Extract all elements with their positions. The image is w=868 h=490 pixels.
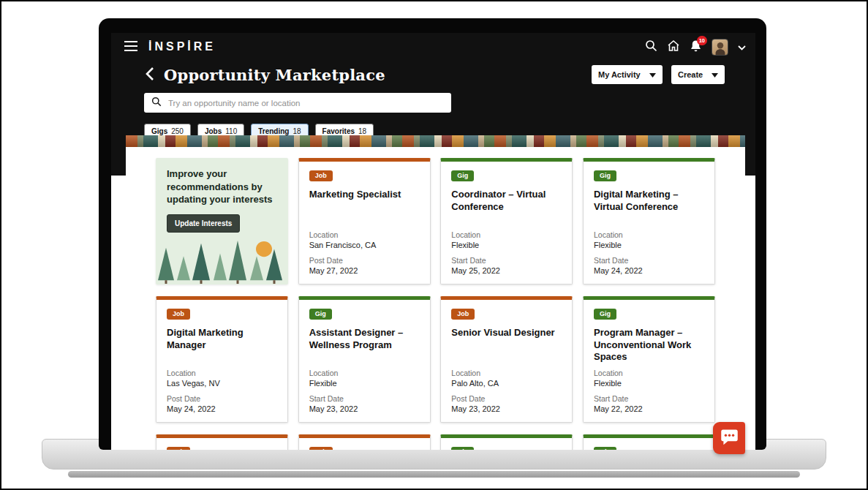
opportunity-card[interactable]: Gig Coordinator – Virtual Conference Loc… [440,158,573,284]
page-header-row: Opportunity Marketplace My Activity Crea… [111,56,755,84]
opportunity-title: Assistant Designer – Wellness Program [309,327,420,351]
card-meta: Location Las Vegas, NV Post Date May 24,… [167,369,277,413]
promo-message: Improve your recommendations by updating… [156,158,288,206]
my-activity-label: My Activity [598,70,641,79]
app-logo: İNSPİRE [148,40,216,53]
global-topbar: İNSPİRE [111,33,755,56]
location-label: Location [594,369,704,377]
caret-down-icon [649,70,656,79]
topbar-actions: 10 [645,39,746,56]
type-badge: Job [167,309,190,320]
opportunity-card[interactable]: Gig Digital Marketing – Virtual Conferen… [583,158,715,284]
content-panel: Improve your recommendations by updating… [126,135,745,450]
chevron-left-icon [145,67,154,83]
opportunity-card-partial[interactable]: Job [298,434,431,450]
date-label: Post Date [167,394,277,403]
opportunity-card-partial[interactable]: Gig [583,434,715,450]
opportunity-card[interactable]: Job Marketing Specialist Location San Fr… [298,158,431,284]
date-label: Start Date [309,394,420,403]
card-meta: Location Flexible Start Date May 22, 202… [594,369,704,413]
profile-menu-button[interactable] [738,42,746,53]
location-label: Location [594,230,704,239]
opportunity-title: Coordinator – Virtual Conference [451,189,562,213]
location-value: Flexible [451,241,562,249]
back-button[interactable] [145,67,154,83]
notification-count-badge: 10 [697,36,707,45]
date-value: May 23, 2022 [451,404,562,413]
location-label: Location [167,369,277,377]
laptop-screen: İNSPİRE [99,18,766,450]
opportunity-card[interactable]: Gig Program Manager – Unconventional Wor… [583,296,715,423]
location-value: Las Vegas, NV [167,379,277,388]
card-meta: Location Flexible Start Date May 23, 202… [309,369,420,413]
location-value: Palo Alto, CA [451,379,562,388]
notifications-button[interactable]: 10 [690,39,702,55]
next-row-preview: Job Job Gig Gig [156,434,715,450]
type-badge: Gig [451,447,474,450]
location-value: Flexible [594,379,704,388]
location-label: Location [309,230,420,239]
search-box[interactable] [144,93,451,113]
app-window: İNSPİRE [111,33,755,450]
card-meta: Location Palo Alto, CA Post Date May 23,… [451,369,562,413]
location-value: Flexible [309,379,420,388]
chevron-down-icon [738,42,746,53]
chip-count: 250 [171,127,184,135]
chip-count: 18 [358,127,366,135]
opportunity-card-partial[interactable]: Gig [440,434,573,450]
search-row [111,84,755,113]
opportunity-grid: Improve your recommendations by updating… [156,158,715,423]
chip-label: Favorites [322,127,355,135]
update-interests-button[interactable]: Update Interests [167,214,240,233]
date-label: Post Date [451,394,562,403]
type-badge: Job [167,447,190,450]
type-badge: Gig [594,309,616,320]
date-label: Start Date [594,394,704,403]
create-button[interactable]: Create [671,65,725,84]
search-button[interactable] [645,39,657,54]
chip-count: 110 [225,127,237,135]
location-value: San Francisco, CA [309,241,420,249]
date-value: May 24, 2022 [594,266,704,275]
search-input[interactable] [168,99,444,108]
date-value: May 22, 2022 [594,404,704,413]
chat-bubble-icon [720,427,739,449]
avatar[interactable] [712,39,728,56]
location-label: Location [451,230,562,239]
opportunity-card-partial[interactable]: Job [156,434,288,450]
type-badge: Gig [451,170,474,181]
type-badge: Gig [594,447,616,450]
date-value: May 24, 2022 [167,404,277,413]
card-meta: Location Flexible Start Date May 25, 202… [451,230,562,275]
date-value: May 25, 2022 [451,266,562,275]
create-label: Create [678,70,703,79]
type-badge: Gig [594,170,616,181]
card-meta: Location San Francisco, CA Post Date May… [309,230,420,275]
chat-button[interactable] [713,422,745,454]
type-badge: Job [309,170,333,181]
menu-button[interactable] [124,41,137,53]
opportunity-title: Digital Marketing Manager [167,327,277,351]
page-title: Opportunity Marketplace [164,66,385,84]
opportunity-card[interactable]: Job Senior Visual Designer Location Palo… [440,296,573,423]
opportunity-card[interactable]: Job Digital Marketing Manager Location L… [156,296,288,423]
caret-down-icon [712,70,718,79]
hamburger-icon [124,41,137,53]
date-label: Post Date [309,256,420,265]
opportunity-title: Senior Visual Designer [451,327,562,339]
opportunity-title: Marketing Specialist [309,189,420,201]
home-button[interactable] [667,39,680,54]
chip-count: 18 [293,127,301,135]
location-value: Flexible [594,241,704,249]
recommendations-promo-card: Improve your recommendations by updating… [156,158,288,284]
cards-area: Improve your recommendations by updating… [126,147,745,450]
type-badge: Gig [309,309,332,320]
my-activity-button[interactable]: My Activity [592,65,663,84]
opportunity-card[interactable]: Gig Assistant Designer – Wellness Progra… [298,296,431,423]
chip-label: Gigs [151,127,167,135]
location-label: Location [451,369,562,377]
date-value: May 27, 2022 [309,266,420,275]
card-meta: Location Flexible Start Date May 24, 202… [594,230,704,275]
location-label: Location [309,369,420,377]
opportunity-title: Digital Marketing – Virtual Conference [594,189,704,213]
